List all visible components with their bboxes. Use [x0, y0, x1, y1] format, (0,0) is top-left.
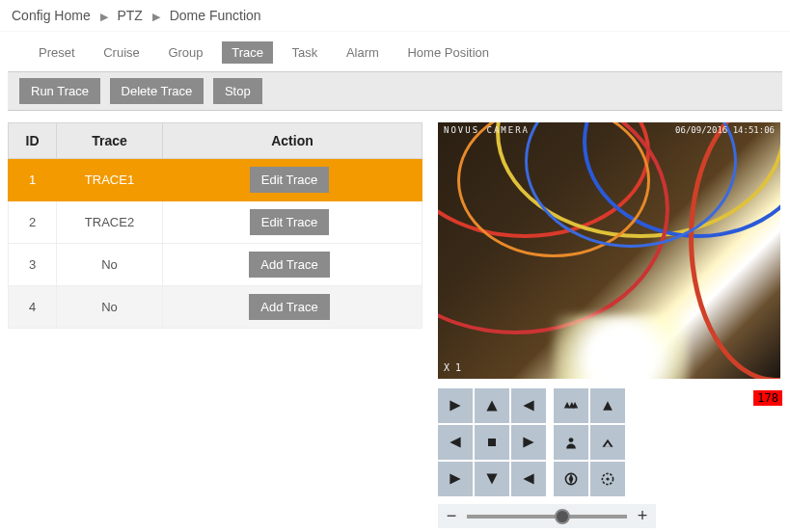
slider-thumb[interactable]: [555, 509, 570, 524]
svg-point-18: [606, 477, 609, 480]
svg-marker-7: [486, 473, 497, 484]
col-trace: Trace: [57, 123, 163, 159]
edit-trace-button[interactable]: Edit Trace: [250, 209, 330, 235]
table-row[interactable]: 1 TRACE1 Edit Trace: [9, 159, 422, 201]
col-id: ID: [9, 123, 57, 159]
cell-trace: No: [57, 286, 163, 329]
delete-trace-button[interactable]: Delete Trace: [110, 78, 204, 104]
breadcrumb-home[interactable]: Config Home: [12, 8, 91, 23]
ptz-right-button[interactable]: [511, 425, 546, 460]
ptz-down-right-button[interactable]: [511, 462, 546, 496]
run-trace-button[interactable]: Run Trace: [19, 78, 100, 104]
ptz-down-left-button[interactable]: [438, 462, 473, 496]
zoom-out-button[interactable]: [554, 388, 588, 423]
ptz-lens-pad: [554, 388, 625, 496]
tab-trace[interactable]: Trace: [222, 41, 273, 64]
focus-near-button[interactable]: [554, 425, 588, 460]
slider-track[interactable]: [467, 515, 627, 519]
cell-trace: TRACE1: [57, 159, 163, 201]
col-action: Action: [163, 123, 422, 159]
cell-id: 1: [9, 159, 57, 201]
ptz-up-left-button[interactable]: [438, 388, 473, 423]
osd-zoom-level: X 1: [444, 362, 461, 373]
tab-home-position[interactable]: Home Position: [397, 41, 499, 64]
chevron-right-icon: ▶: [100, 11, 108, 22]
tab-task[interactable]: Task: [283, 41, 328, 64]
tab-alarm[interactable]: Alarm: [337, 41, 389, 64]
tab-cruise[interactable]: Cruise: [94, 41, 150, 64]
trace-table: ID Trace Action 1 TRACE1 Edit Trace 2 TR…: [8, 122, 422, 329]
breadcrumb: Config Home ▶ PTZ ▶ Dome Function: [0, 0, 790, 32]
iris-open-button[interactable]: [590, 462, 625, 496]
svg-marker-1: [486, 400, 497, 411]
ptz-up-button[interactable]: [475, 388, 509, 423]
stop-button[interactable]: Stop: [213, 78, 262, 104]
status-badge: 178: [753, 390, 782, 406]
cell-trace: TRACE2: [57, 201, 163, 244]
speed-increase-button[interactable]: +: [633, 506, 652, 526]
ptz-stop-button[interactable]: [475, 425, 509, 460]
iris-close-button[interactable]: [554, 462, 588, 496]
svg-marker-6: [449, 473, 460, 484]
cell-trace: No: [57, 244, 163, 286]
ptz-speed-slider[interactable]: − +: [438, 504, 656, 528]
zoom-in-button[interactable]: [590, 388, 625, 423]
svg-point-13: [569, 438, 574, 442]
table-row[interactable]: 3 No Add Trace: [9, 244, 422, 286]
edit-trace-button[interactable]: Edit Trace: [250, 167, 330, 193]
chevron-right-icon: ▶: [152, 11, 160, 22]
ptz-direction-pad: [438, 388, 546, 496]
cell-id: 3: [9, 244, 57, 286]
add-trace-button[interactable]: Add Trace: [249, 294, 329, 320]
tab-preset[interactable]: Preset: [29, 41, 85, 64]
breadcrumb-ptz[interactable]: PTZ: [117, 8, 142, 23]
cell-id: 4: [9, 286, 57, 329]
trace-toolbar: Run Trace Delete Trace Stop: [8, 71, 782, 111]
osd-timestamp: 06/09/2016 14:51:06: [675, 125, 775, 135]
focus-far-button[interactable]: [590, 425, 625, 460]
add-trace-button[interactable]: Add Trace: [249, 252, 329, 278]
svg-marker-2: [523, 400, 533, 411]
tab-group[interactable]: Group: [158, 41, 212, 64]
ptz-left-button[interactable]: [438, 425, 473, 460]
osd-camera-name: NOVUS CAMERA: [444, 125, 530, 135]
ptz-up-right-button[interactable]: [511, 388, 546, 423]
live-video[interactable]: NOVUS CAMERA 06/09/2016 14:51:06 X 1: [438, 122, 780, 379]
cell-id: 2: [9, 201, 57, 244]
ptz-down-button[interactable]: [475, 462, 509, 496]
svg-marker-5: [523, 437, 533, 447]
sub-tabbar: Preset Cruise Group Trace Task Alarm Hom…: [0, 32, 790, 69]
svg-marker-12: [603, 401, 613, 411]
svg-rect-4: [488, 439, 496, 446]
table-row[interactable]: 4 No Add Trace: [9, 286, 422, 329]
svg-marker-3: [449, 437, 460, 447]
speed-decrease-button[interactable]: −: [442, 506, 461, 526]
svg-marker-8: [523, 473, 533, 484]
svg-marker-0: [449, 400, 460, 411]
table-row[interactable]: 2 TRACE2 Edit Trace: [9, 201, 422, 244]
breadcrumb-dome-function: Dome Function: [170, 8, 261, 23]
